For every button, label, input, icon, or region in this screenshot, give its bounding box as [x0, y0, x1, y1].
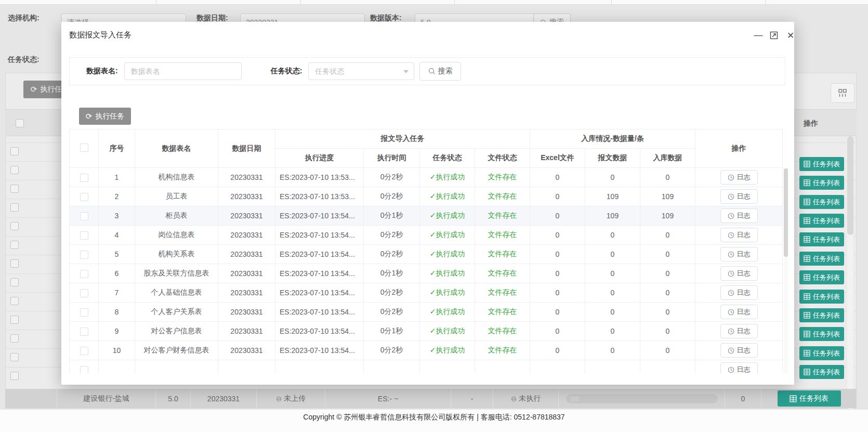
cell-seq: 2 — [99, 187, 135, 206]
row-checkbox[interactable] — [10, 334, 19, 343]
clock-icon — [728, 309, 734, 316]
row-checkbox[interactable] — [80, 212, 88, 220]
task-list-button[interactable]: 任务列表 — [799, 365, 844, 379]
clock-icon — [728, 174, 734, 181]
cell-table-name: 个人客户关系表 — [135, 303, 218, 322]
task-list-button[interactable]: 任务列表 — [799, 214, 844, 228]
cell-table-name: 机构信息表 — [135, 168, 218, 187]
task-list-button[interactable]: 任务列表 — [799, 232, 844, 246]
row-checkbox[interactable] — [80, 347, 88, 355]
row-checkbox[interactable] — [80, 231, 88, 240]
row-checkbox[interactable] — [80, 174, 88, 182]
row-checkbox[interactable] — [10, 278, 19, 286]
task-list-label: 任务列表 — [813, 273, 840, 282]
table-row: 4岗位信息表20230331ES:2023-07-10 13:54...0分2秒… — [70, 226, 783, 245]
row-checkbox[interactable] — [10, 147, 19, 155]
org-select-label: 选择机构: — [8, 14, 40, 23]
row-checkbox[interactable] — [80, 328, 88, 336]
row-checkbox-cell — [70, 187, 99, 206]
cell-excel: 0 — [530, 206, 585, 226]
log-button[interactable]: 日志 — [720, 170, 758, 185]
maximize-icon[interactable] — [768, 30, 780, 41]
task-list-button[interactable]: 任务列表 — [799, 308, 844, 322]
log-button[interactable]: 日志 — [720, 362, 758, 373]
cell-msg: 0 — [585, 264, 640, 283]
task-list-button[interactable]: 任务列表 — [799, 346, 844, 360]
cell-date: 20230331 — [218, 245, 275, 264]
cell-excel: 0 — [530, 283, 585, 303]
log-button[interactable]: 日志 — [720, 285, 758, 300]
row-checkbox[interactable] — [10, 297, 19, 305]
log-button[interactable]: 日志 — [720, 228, 758, 242]
search-button[interactable]: 搜索 — [419, 62, 461, 81]
log-button[interactable]: 日志 — [720, 208, 758, 223]
cell-msg — [585, 360, 640, 374]
modal-scrollbar-thumb[interactable] — [784, 168, 788, 257]
row-checkbox[interactable] — [10, 166, 19, 174]
table-row: 1机构信息表20230331ES:2023-07-10 13:53...0分2秒… — [70, 168, 783, 187]
task-list-button[interactable]: 任务列表 — [799, 252, 844, 266]
log-button[interactable]: 日志 — [720, 305, 758, 319]
log-button[interactable]: 日志 — [720, 343, 758, 358]
cell-excel: 0 — [530, 322, 585, 341]
execute-task-button[interactable]: ⟳ 执行任务 — [79, 108, 131, 125]
task-list-button[interactable]: 任务列表 — [799, 270, 844, 284]
divider — [300, 0, 301, 5]
cell-file-status: 文件存在 — [475, 187, 530, 206]
cell-status: ✓执行成功 — [420, 264, 475, 283]
clock-icon — [728, 251, 734, 258]
task-list-button[interactable]: 任务列表 — [799, 157, 844, 171]
row-checkbox[interactable] — [10, 372, 19, 380]
background-scrollbar-thumb[interactable] — [847, 136, 853, 235]
cell-file-status — [475, 360, 530, 374]
search-icon — [428, 68, 436, 75]
log-button[interactable]: 日志 — [720, 266, 758, 281]
task-list-button[interactable]: 任务列表 — [799, 195, 844, 209]
table-row: 10对公客户财务信息表20230331ES:2023-07-10 13:54..… — [70, 341, 783, 360]
row-checkbox[interactable] — [80, 308, 88, 317]
check-icon: ✓ — [430, 173, 436, 181]
cell-status: ✓执行成功 — [420, 187, 475, 206]
log-button[interactable]: 日志 — [720, 324, 758, 338]
row-checkbox[interactable] — [10, 222, 19, 230]
task-status-select[interactable]: 任务状态 — [308, 62, 414, 80]
cell-stored: 0 — [640, 341, 695, 360]
table-grid-icon — [804, 293, 810, 300]
cell-table-name: 对公客户财务信息表 — [135, 341, 218, 360]
row-checkbox[interactable] — [10, 353, 19, 361]
minimize-icon[interactable]: — — [753, 30, 764, 41]
column-settings-button[interactable] — [831, 83, 854, 103]
cell-status: ✓执行成功 — [420, 206, 475, 226]
row-checkbox[interactable] — [80, 289, 88, 297]
table-grid-icon — [804, 369, 810, 375]
row-checkbox-cell — [70, 206, 99, 226]
cell-operation: 日志 — [695, 360, 783, 374]
row-checkbox[interactable] — [80, 270, 88, 278]
log-button[interactable]: 日志 — [720, 247, 758, 261]
row-checkbox[interactable] — [80, 193, 88, 201]
task-list-button[interactable]: 任务列表 — [799, 327, 844, 341]
task-list-button[interactable]: 任务列表 — [799, 290, 844, 304]
table-name-input[interactable] — [124, 62, 242, 80]
select-all-checkbox[interactable] — [80, 143, 88, 152]
task-list-button[interactable]: 任务列表 — [799, 176, 844, 190]
close-icon[interactable]: ✕ — [785, 30, 796, 41]
select-all-checkbox[interactable] — [16, 119, 24, 127]
clock-icon — [728, 193, 734, 200]
divider — [611, 0, 612, 5]
background-bottom-row: 建设银行-盐城 5.0 20230331 ⊖ 未上传 ES:- ~ - ⊖ 未执… — [5, 389, 857, 408]
row-checkbox[interactable] — [10, 203, 19, 212]
row-checkbox[interactable] — [10, 259, 19, 268]
refresh-icon: ⟳ — [86, 112, 93, 121]
row-checkbox[interactable] — [10, 241, 19, 249]
log-button[interactable]: 日志 — [720, 189, 758, 204]
row-checkbox[interactable] — [80, 366, 88, 373]
row-checkbox[interactable] — [10, 316, 19, 324]
bottom-task-list-button[interactable]: 任务列表 — [778, 390, 841, 407]
page-footer: Copyright © 苏州银丰睿哲信息科技有限公司版权所有 | 客服电话: 0… — [0, 410, 868, 432]
operation-column-header: 操作 — [804, 119, 818, 128]
row-checkbox[interactable] — [80, 251, 88, 259]
search-button-label: 搜索 — [438, 67, 453, 76]
row-checkbox[interactable] — [10, 185, 19, 193]
cell-table-name: 对公客户信息表 — [135, 322, 218, 341]
